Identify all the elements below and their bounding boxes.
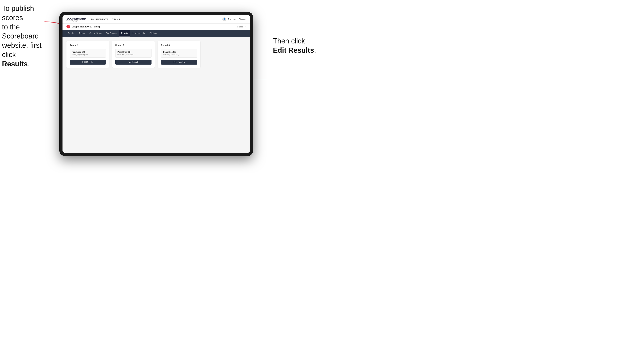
- round-3-title: Round 3: [161, 44, 197, 46]
- round-3-course-name: Peachtree GC: [163, 51, 195, 53]
- round-1-course-name: Peachtree GC: [72, 51, 104, 53]
- logo-sub: Powered by clippd: [66, 20, 86, 21]
- nav-right: 👤 Test User | Sign out: [222, 17, 246, 21]
- instruction-right-line1: Then click: [273, 37, 305, 45]
- empty-column: [204, 41, 246, 68]
- round-2-course-details: Gold (M) (7010 yds): [118, 53, 149, 55]
- round-2-course-card: Peachtree GC Gold (M) (7010 yds): [115, 49, 152, 58]
- tab-results[interactable]: Results: [119, 30, 130, 37]
- tab-printables[interactable]: Printables: [147, 30, 160, 37]
- instruction-left: To publish scores to the Scoreboard webs…: [2, 4, 46, 69]
- nav-links: TOURNAMENTS TEAMS: [91, 17, 222, 21]
- tab-details[interactable]: Details: [66, 30, 76, 37]
- round-2-title: Round 2: [115, 44, 152, 46]
- tournament-header: C Clippd Invitational (Main) Cancel ✕: [62, 24, 250, 30]
- top-nav: SCOREBOARD Powered by clippd TOURNAMENTS…: [62, 15, 250, 24]
- nav-teams[interactable]: TEAMS: [112, 17, 120, 21]
- round-2-course-name: Peachtree GC: [118, 51, 149, 53]
- round-2-edit-results-button[interactable]: Edit Results: [115, 60, 152, 65]
- instruction-results-highlight: Results: [2, 60, 28, 68]
- instruction-line1: To publish scores: [2, 4, 34, 22]
- arrow-right: [251, 73, 290, 85]
- tablet-screen: SCOREBOARD Powered by clippd TOURNAMENTS…: [62, 15, 250, 153]
- tab-teams[interactable]: Teams: [76, 30, 87, 37]
- logo-area: SCOREBOARD Powered by clippd: [66, 17, 86, 21]
- tournament-icon: C: [66, 25, 70, 28]
- round-1-card: Round 1 Peachtree GC Gold (M) (7010 yds)…: [66, 41, 109, 68]
- tab-bar: Details Teams Course Setup Tee Groups Re…: [62, 30, 250, 37]
- round-1-edit-results-button[interactable]: Edit Results: [70, 60, 106, 65]
- tab-leaderboards[interactable]: Leaderboards: [130, 30, 147, 37]
- round-3-edit-results-button[interactable]: Edit Results: [161, 60, 197, 65]
- instruction-right: Then click Edit Results.: [273, 36, 316, 55]
- round-2-card: Round 2 Peachtree GC Gold (M) (7010 yds)…: [112, 41, 155, 68]
- nav-tournaments[interactable]: TOURNAMENTS: [91, 17, 108, 21]
- cancel-button[interactable]: Cancel ✕: [237, 25, 246, 28]
- round-3-course-card: Peachtree GC Gold (M) (7010 yds): [161, 49, 197, 58]
- cancel-label: Cancel: [237, 26, 243, 28]
- instruction-line2: to the Scoreboard: [2, 23, 39, 40]
- signout-link[interactable]: Sign out: [239, 18, 246, 20]
- rounds-grid: Round 1 Peachtree GC Gold (M) (7010 yds)…: [66, 41, 246, 68]
- user-label: Test User |: [228, 18, 237, 20]
- instruction-right-suffix: .: [314, 46, 316, 54]
- tab-course-setup[interactable]: Course Setup: [87, 30, 104, 37]
- round-3-course-details: Gold (M) (7010 yds): [163, 53, 195, 55]
- instruction-edit-results-highlight: Edit Results: [273, 46, 314, 54]
- round-3-card: Round 3 Peachtree GC Gold (M) (7010 yds)…: [158, 41, 200, 68]
- round-1-course-card: Peachtree GC Gold (M) (7010 yds): [70, 49, 106, 58]
- round-1-course-details: Gold (M) (7010 yds): [72, 53, 104, 55]
- close-icon: ✕: [244, 25, 246, 28]
- tab-tee-groups[interactable]: Tee Groups: [104, 30, 119, 37]
- instruction-line4-prefix: click: [2, 51, 16, 59]
- user-icon: 👤: [222, 17, 226, 21]
- tablet: SCOREBOARD Powered by clippd TOURNAMENTS…: [59, 12, 253, 156]
- instruction-line3: website, first: [2, 41, 42, 49]
- main-content: Round 1 Peachtree GC Gold (M) (7010 yds)…: [62, 37, 250, 153]
- instruction-line4-suffix: .: [28, 60, 30, 68]
- logo-text: SCOREBOARD: [66, 17, 86, 20]
- round-1-title: Round 1: [70, 44, 106, 46]
- tournament-title: Clippd Invitational (Main): [72, 25, 237, 28]
